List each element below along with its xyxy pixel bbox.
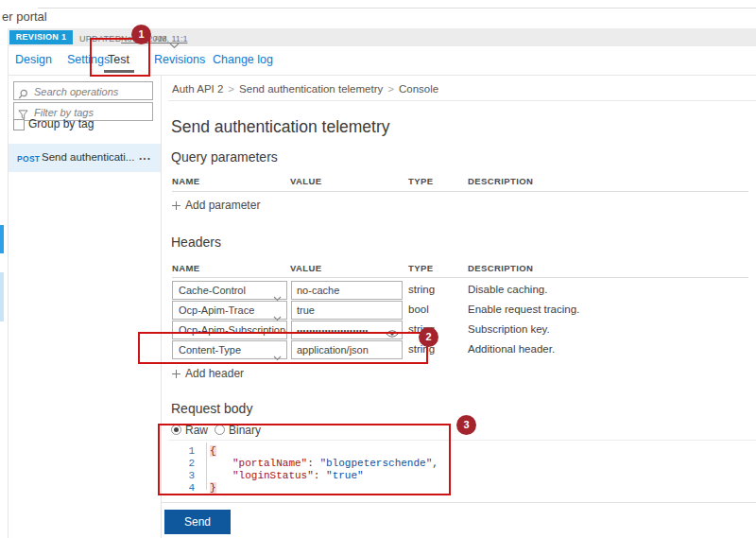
add-header-label: Add header <box>185 367 244 380</box>
code-line-2[interactable]: "portalName": "blogpeterschende", <box>232 458 438 469</box>
code-line-1[interactable]: { <box>210 445 216 457</box>
scrollbar-thumb[interactable] <box>0 225 4 253</box>
code-line-3[interactable]: "loginStatus": "true" <box>232 470 364 481</box>
hdr-col-name: NAME <box>172 263 200 273</box>
editor-top-divider <box>168 440 756 441</box>
annotation-badge-1: 1 <box>131 25 151 44</box>
query-parameters-heading: Query parameters <box>171 149 278 165</box>
header-value-input[interactable] <box>291 340 403 359</box>
header-description: Additional header. <box>468 343 555 355</box>
line-number: 4 <box>172 482 195 494</box>
json-value: "true" <box>326 470 364 481</box>
header-name-value: Ocp-Apim-Trace <box>179 304 254 316</box>
qp-col-value: VALUE <box>290 176 322 186</box>
tab-revisions[interactable]: Revisions <box>154 53 205 66</box>
hdr-col-type: TYPE <box>408 263 433 273</box>
revision-badge: REVISION 1 <box>9 30 73 44</box>
hdr-header-divider <box>172 277 748 278</box>
search-operations-input[interactable] <box>32 83 153 100</box>
header-description: Enable request tracing. <box>468 304 579 315</box>
tab-settings[interactable]: Settings <box>67 53 110 66</box>
header-name-value: Ocp-Apim-Subscription-Key <box>179 324 286 336</box>
line-number: 3 <box>172 470 195 481</box>
annotation-badge-2: 2 <box>419 327 438 347</box>
operation-method-badge: POST <box>17 154 40 164</box>
left-border <box>8 28 9 538</box>
headers-heading: Headers <box>171 234 221 250</box>
group-by-tag-checkbox[interactable] <box>13 119 25 130</box>
header-value-input[interactable] <box>291 301 403 320</box>
group-by-tag-label: Group by tag <box>28 117 94 130</box>
editor-gutter-divider <box>206 443 207 490</box>
header-name-value: Cache-Control <box>179 285 246 296</box>
header-name-value: Content-Type <box>179 344 241 356</box>
tab-design[interactable]: Design <box>15 53 52 66</box>
add-parameter-button[interactable]: Add parameter <box>172 199 260 212</box>
updated-meridiem: AM <box>154 34 167 43</box>
breadcrumb-api[interactable]: Auth API 2 <box>172 83 223 95</box>
json-value: "blogpeterschende" <box>319 458 432 469</box>
plus-icon <box>172 370 180 378</box>
raw-radio-label: Raw <box>185 424 208 437</box>
header-description: Subscription key. <box>468 323 550 335</box>
tab-test[interactable]: Test <box>108 53 129 66</box>
header-type: bool <box>408 304 429 315</box>
json-separator: : <box>314 470 326 481</box>
json-key: "portalName" <box>232 458 307 469</box>
annotation-badge-3: 3 <box>456 415 476 435</box>
qp-header-divider <box>172 191 748 192</box>
line-number: 2 <box>172 458 195 469</box>
json-separator: : <box>307 458 319 469</box>
add-parameter-label: Add parameter <box>185 199 260 212</box>
qp-col-description: DESCRIPTION <box>468 176 533 186</box>
page-title: Send authentication telemetry <box>171 117 390 137</box>
header-name-select[interactable]: Ocp-Apim-Subscription-Key <box>172 321 287 339</box>
close-brace: } <box>210 482 216 494</box>
request-body-heading: Request body <box>171 401 252 416</box>
json-comma: , <box>432 458 438 469</box>
tab-change-log[interactable]: Change log <box>213 53 273 66</box>
header-type: string <box>408 284 435 295</box>
send-button[interactable]: Send <box>164 510 231 534</box>
qp-col-type: TYPE <box>408 176 433 186</box>
breadcrumb-operation[interactable]: Send authentication telemetry <box>239 83 383 95</box>
breadcrumb-separator: > <box>223 83 239 95</box>
chevron-down-icon[interactable] <box>169 36 180 53</box>
add-header-button[interactable]: Add header <box>172 367 244 380</box>
active-tab-underline <box>104 70 134 73</box>
hdr-col-description: DESCRIPTION <box>468 263 533 273</box>
breadcrumb: Auth API 2>Send authentication telemetry… <box>172 83 438 95</box>
raw-radio[interactable] <box>171 425 181 435</box>
operation-menu-ellipsis[interactable]: ... <box>139 149 151 163</box>
code-line-4[interactable]: } <box>210 482 216 494</box>
header-value-input[interactable] <box>291 281 403 300</box>
qp-col-name: NAME <box>172 176 200 186</box>
plus-icon <box>172 201 180 210</box>
header-name-select[interactable]: Content-Type <box>172 340 287 359</box>
updated-label: UPDATED <box>79 34 121 43</box>
binary-radio-label: Binary <box>229 424 261 437</box>
binary-radio[interactable] <box>215 425 225 435</box>
editor-bottom-divider <box>162 502 756 503</box>
header-name-select[interactable]: Cache-Control <box>172 281 287 300</box>
chevron-down-icon <box>273 348 282 365</box>
header-description: Disable caching. <box>468 284 547 295</box>
search-operations-box <box>13 81 153 100</box>
apim-developer-portal-screen: er portal REVISION 1 UPDATED Nov 2, 2018… <box>0 0 756 538</box>
search-icon <box>18 86 28 103</box>
open-brace: { <box>210 445 216 457</box>
scrollbar-track[interactable] <box>0 272 4 321</box>
header-name-select[interactable]: Ocp-Apim-Trace <box>172 301 287 320</box>
window-title: er portal <box>2 9 47 24</box>
line-number: 1 <box>172 445 195 457</box>
sidebar-content-divider <box>161 75 162 538</box>
hdr-col-value: VALUE <box>290 263 322 273</box>
operation-name[interactable]: Send authenticati... <box>42 151 134 163</box>
breadcrumb-separator: > <box>383 83 399 95</box>
top-divider <box>38 8 756 9</box>
breadcrumb-divider <box>168 100 756 101</box>
json-key: "loginStatus" <box>232 470 314 481</box>
breadcrumb-console: Console <box>399 83 438 95</box>
tabs-bottom-border <box>8 75 756 76</box>
